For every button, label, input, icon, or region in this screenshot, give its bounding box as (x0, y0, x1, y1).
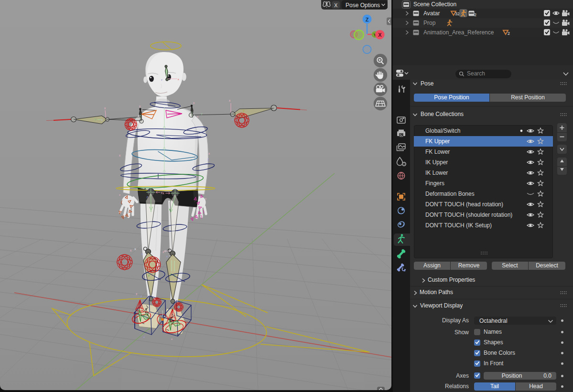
svg-text:z: z (207, 158, 209, 161)
svg-text:z: z (141, 253, 143, 255)
svg-text:x: x (139, 105, 141, 108)
svg-text:x: x (162, 250, 164, 254)
svg-text:x: x (193, 101, 195, 105)
svg-text:z: z (101, 118, 103, 121)
svg-text:z: z (232, 118, 233, 121)
svg-text:x: x (104, 106, 106, 110)
svg-text:Y: Y (201, 113, 203, 116)
svg-text:x: x (197, 115, 198, 118)
svg-text:z: z (161, 78, 162, 81)
svg-text:z: z (151, 294, 153, 297)
svg-text:X: X (334, 2, 337, 8)
svg-text:z: z (143, 336, 145, 339)
svg-text:x: x (175, 299, 176, 302)
svg-text:Pose Options: Pose Options (346, 2, 380, 9)
svg-text:x: x (205, 197, 206, 200)
svg-text:x: x (229, 99, 231, 102)
svg-text:z: z (166, 255, 168, 258)
svg-text:x: x (130, 249, 132, 252)
svg-text:x: x (119, 193, 120, 196)
svg-text:Y: Y (243, 109, 245, 113)
svg-text:X: X (134, 248, 136, 251)
svg-text:x: x (119, 154, 121, 157)
svg-text:z: z (144, 187, 146, 191)
svg-text:x: x (136, 292, 138, 296)
svg-text:Z: Z (366, 17, 369, 22)
svg-text:z: z (184, 314, 185, 317)
svg-text:z: z (141, 295, 142, 298)
svg-text:X: X (378, 32, 382, 38)
svg-text:Y: Y (148, 274, 150, 277)
svg-text:Y: Y (161, 307, 163, 309)
svg-text:x: x (171, 338, 173, 340)
svg-text:x: x (208, 152, 210, 155)
svg-text:x: x (178, 78, 179, 81)
svg-text:Y: Y (94, 118, 97, 121)
